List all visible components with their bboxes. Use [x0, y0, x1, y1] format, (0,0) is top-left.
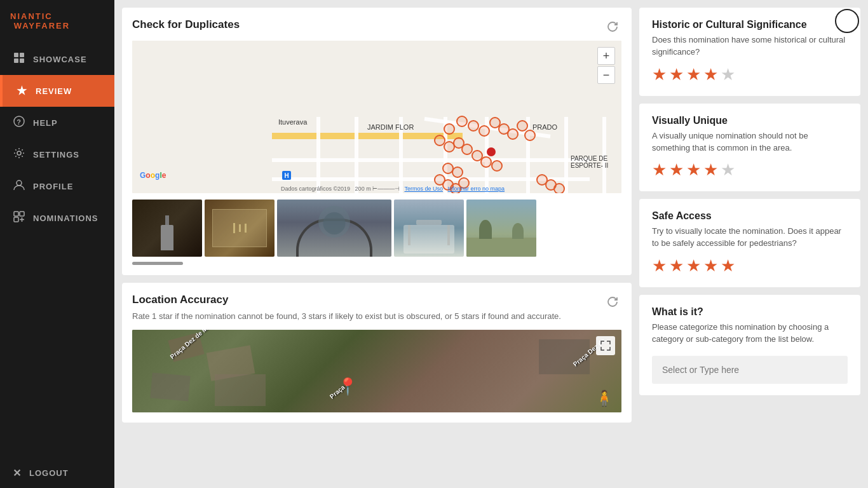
duplicates-refresh-button[interactable] — [604, 18, 621, 36]
sa-star-4[interactable]: ★ — [703, 256, 718, 276]
vu-star-2[interactable]: ★ — [669, 160, 684, 180]
vu-star-3[interactable]: ★ — [686, 160, 701, 180]
profile-circle[interactable] — [835, 9, 859, 33]
photo-thumb-5[interactable] — [466, 200, 536, 257]
map-attribution: Dados cartográficos ©2019 200 m ⊢———⊣ Te… — [164, 186, 621, 192]
svg-point-7 — [17, 180, 22, 186]
sidebar-label-profile: PROFILE — [33, 182, 73, 191]
safe-access-stars: ★ ★ ★ ★ ★ — [652, 256, 848, 276]
satellite-map[interactable]: Praça Dez de Março Praça Dez de Praça D … — [132, 330, 621, 412]
photo-thumb-3[interactable] — [277, 200, 391, 257]
historic-stars: ★ ★ ★ ★ ★ — [652, 65, 848, 85]
map-marker — [517, 120, 528, 132]
logo-wayfarer: WAYFARER — [14, 21, 70, 30]
map-marker — [480, 156, 492, 168]
star-4[interactable]: ★ — [703, 65, 718, 85]
map-label: PARQUE DEESPORTE- II — [571, 155, 608, 169]
road — [316, 117, 320, 193]
sidebar-item-profile[interactable]: PROFILE — [0, 170, 114, 202]
map-marker — [507, 128, 519, 140]
svg-text:?: ? — [17, 118, 22, 126]
svg-rect-0 — [14, 53, 18, 57]
google-brand: Google — [140, 169, 166, 180]
svg-rect-1 — [20, 53, 24, 57]
svg-rect-2 — [14, 58, 18, 63]
visually-unique-description: A visually unique nomination should not … — [652, 130, 848, 154]
star-1[interactable]: ★ — [652, 65, 667, 85]
map-marker — [461, 144, 473, 155]
sa-star-2[interactable]: ★ — [669, 256, 684, 276]
expand-map-button[interactable] — [596, 336, 615, 355]
left-panels: Check for Duplicates — [114, 0, 639, 488]
location-accuracy-card: Location Accuracy Rate 1 star if the nom… — [122, 283, 632, 423]
map-marker — [524, 130, 536, 141]
photo-strip — [132, 200, 621, 257]
photo-thumb-2[interactable] — [205, 200, 275, 257]
showcase-icon — [13, 52, 25, 66]
settings-icon — [13, 147, 25, 161]
app-logo: NIANTIC WAYFARER — [0, 0, 114, 39]
safe-access-card: Safe Access Try to visually locate the n… — [639, 199, 860, 287]
sidebar-item-showcase[interactable]: SHOWCASE — [0, 43, 114, 75]
sa-star-5[interactable]: ★ — [721, 256, 735, 276]
map-marker — [468, 120, 479, 132]
vu-star-1[interactable]: ★ — [652, 160, 667, 180]
sidebar-nav: SHOWCASE ★ REVIEW ? HELP SETTINGS — [0, 43, 114, 458]
street-view-person[interactable]: 🧍 — [595, 390, 614, 407]
sa-star-1[interactable]: ★ — [652, 256, 667, 276]
category-input[interactable] — [652, 356, 848, 384]
photo-thumb-4[interactable] — [394, 200, 464, 257]
duplicates-map[interactable]: Ituverava JARDIM FLOR PRADO PARQUE DEESP… — [132, 41, 621, 193]
map-label: Ituverava — [278, 118, 307, 126]
review-icon: ★ — [15, 84, 28, 98]
sidebar-item-nominations[interactable]: NOMINATIONS — [0, 202, 114, 234]
historic-description: Does this nomination have some historica… — [652, 34, 848, 58]
road — [564, 117, 568, 193]
logout-icon: ✕ — [13, 467, 22, 479]
logo-niantic: NIANTIC — [10, 11, 53, 21]
sidebar-item-help[interactable]: ? HELP — [0, 107, 114, 139]
historic-significance-card: Historic or Cultural Significance Does t… — [639, 8, 860, 96]
zoom-out-button[interactable]: − — [597, 66, 615, 84]
map-background: Ituverava JARDIM FLOR PRADO PARQUE DEESP… — [132, 41, 621, 193]
map-marker-center — [487, 147, 496, 156]
profile-icon — [13, 179, 25, 193]
map-marker — [491, 160, 503, 172]
safe-access-title: Safe Access — [652, 210, 848, 222]
visually-unique-stars: ★ ★ ★ ★ ★ — [652, 160, 848, 180]
star-3[interactable]: ★ — [686, 65, 701, 85]
right-panels: Historic or Cultural Significance Does t… — [639, 0, 868, 488]
star-2[interactable]: ★ — [669, 65, 684, 85]
map-marker — [452, 166, 463, 178]
svg-rect-9 — [20, 212, 24, 216]
sidebar-item-settings[interactable]: SETTINGS — [0, 139, 114, 170]
map-marker — [478, 125, 490, 137]
safe-access-description: Try to visually locate the nomination. D… — [652, 226, 848, 250]
what-is-it-description: Please categorize this nomination by cho… — [652, 322, 848, 346]
what-is-it-card: What is it? Please categorize this nomin… — [639, 295, 860, 395]
star-5[interactable]: ★ — [721, 65, 735, 85]
location-description: Rate 1 star if the nomination cannot be … — [132, 311, 621, 322]
duplicates-title: Check for Duplicates — [132, 18, 240, 31]
location-title: Location Accuracy — [132, 294, 228, 306]
logout-label: LOGOUT — [29, 468, 69, 478]
svg-point-6 — [17, 151, 21, 155]
vu-star-5[interactable]: ★ — [721, 160, 735, 180]
vu-star-4[interactable]: ★ — [703, 160, 718, 180]
sidebar-label-review: REVIEW — [36, 86, 72, 96]
svg-rect-3 — [20, 58, 24, 63]
map-marker — [456, 116, 468, 127]
svg-rect-8 — [14, 212, 18, 216]
location-refresh-button[interactable] — [604, 293, 621, 311]
sa-star-3[interactable]: ★ — [686, 256, 701, 276]
hospital-icon: H — [282, 171, 291, 180]
historic-title: Historic or Cultural Significance — [652, 19, 848, 30]
zoom-in-button[interactable]: + — [597, 47, 615, 65]
photo-thumb-1[interactable] — [132, 200, 202, 257]
sidebar-label-nominations: NOMINATIONS — [33, 214, 98, 223]
map-label: PRADO — [532, 123, 557, 131]
road — [355, 117, 358, 193]
map-label: JARDIM FLOR — [367, 123, 414, 131]
logout-button[interactable]: ✕ LOGOUT — [0, 458, 114, 488]
sidebar-item-review[interactable]: ★ REVIEW — [0, 75, 114, 107]
